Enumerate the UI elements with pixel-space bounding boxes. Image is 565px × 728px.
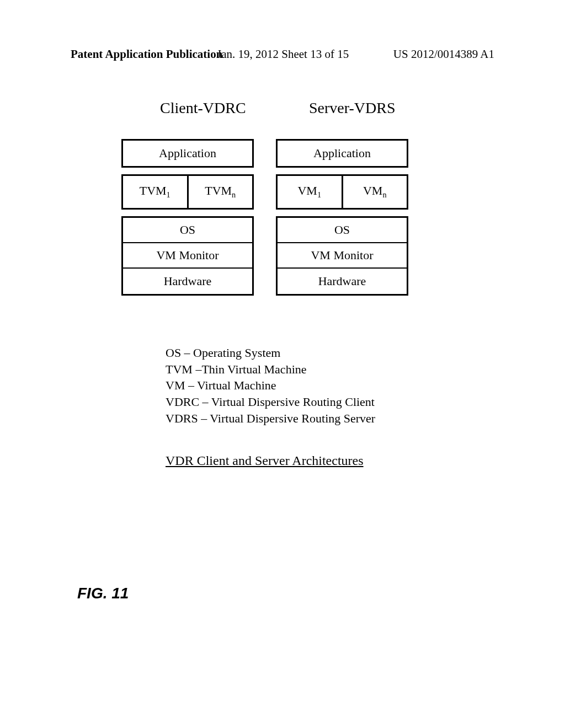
client-application-box: Application <box>121 139 254 168</box>
server-vmn-text: VM <box>363 184 382 197</box>
legend-line-vm: VM – Virtual Machine <box>166 377 375 394</box>
client-tvmn-sub: n <box>232 191 236 200</box>
stacks-row: Application TVM1 TVMn OS VM Monitor Hard… <box>121 139 463 296</box>
header-center: Jan. 19, 2012 Sheet 13 of 15 <box>217 47 349 61</box>
diagram-caption: VDR Client and Server Architectures <box>166 453 364 468</box>
client-lower-group: OS VM Monitor Hardware <box>121 216 254 296</box>
legend-line-os: OS – Operating System <box>166 345 375 361</box>
client-tvm1-sub: 1 <box>167 191 170 200</box>
client-hardware-box: Hardware <box>123 269 252 294</box>
server-vm-row: VM1 VMn <box>276 174 408 210</box>
server-vmn-label: VMn <box>363 184 387 200</box>
client-tvm1-label: TVM1 <box>140 184 170 200</box>
client-column-title: Client-VDRC <box>160 99 287 117</box>
server-hardware-box: Hardware <box>278 269 407 294</box>
diagram-area: Client-VDRC Server-VDRS Application TVM1… <box>121 99 463 296</box>
client-stack: Application TVM1 TVMn OS VM Monitor Hard… <box>121 139 254 296</box>
client-tvm1-text: TVM <box>140 184 167 197</box>
client-vm-row: TVM1 TVMn <box>121 174 254 210</box>
server-os-box: OS <box>278 218 407 243</box>
server-vm1-sub: 1 <box>317 191 321 200</box>
legend-line-vdrc: VDRC – Virtual Dispersive Routing Client <box>166 394 375 410</box>
header-right: US 2012/0014389 A1 <box>393 47 494 61</box>
page-header: Patent Application Publication Jan. 19, … <box>71 47 494 61</box>
server-vmn-box: VMn <box>343 174 409 210</box>
figure-label: FIG. 11 <box>77 585 129 602</box>
server-vm-monitor-box: VM Monitor <box>278 243 407 269</box>
server-vmn-sub: n <box>382 191 386 200</box>
server-column-title: Server-VDRS <box>309 99 436 117</box>
client-tvmn-text: TVM <box>205 184 232 197</box>
server-vm1-text: VM <box>297 184 317 197</box>
column-titles: Client-VDRC Server-VDRS <box>160 99 463 117</box>
client-tvmn-label: TVMn <box>205 184 236 200</box>
server-vm1-label: VM1 <box>297 184 321 200</box>
client-tvmn-box: TVMn <box>189 174 254 210</box>
server-vm1-box: VM1 <box>276 174 343 210</box>
server-stack: Application VM1 VMn OS VM Monitor Hardwa… <box>276 139 408 296</box>
client-os-box: OS <box>123 218 252 243</box>
client-tvm1-box: TVM1 <box>121 174 189 210</box>
client-vm-monitor-box: VM Monitor <box>123 243 252 269</box>
legend-line-vdrs: VDRS – Virtual Dispersive Routing Server <box>166 410 375 427</box>
server-lower-group: OS VM Monitor Hardware <box>276 216 408 296</box>
legend: OS – Operating System TVM –Thin Virtual … <box>166 345 375 426</box>
header-left: Patent Application Publication <box>71 47 222 61</box>
server-application-box: Application <box>276 139 408 168</box>
legend-line-tvm: TVM –Thin Virtual Machine <box>166 361 375 378</box>
